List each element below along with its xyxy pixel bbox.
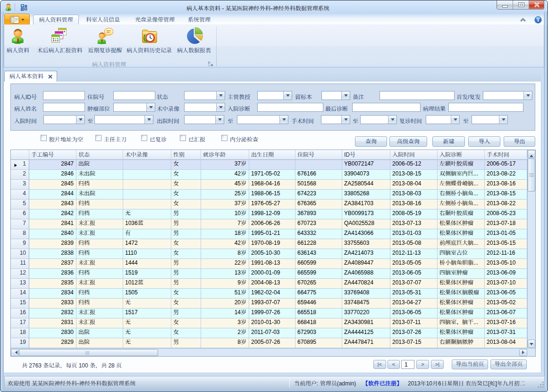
svg-text:i: i bbox=[537, 17, 539, 23]
